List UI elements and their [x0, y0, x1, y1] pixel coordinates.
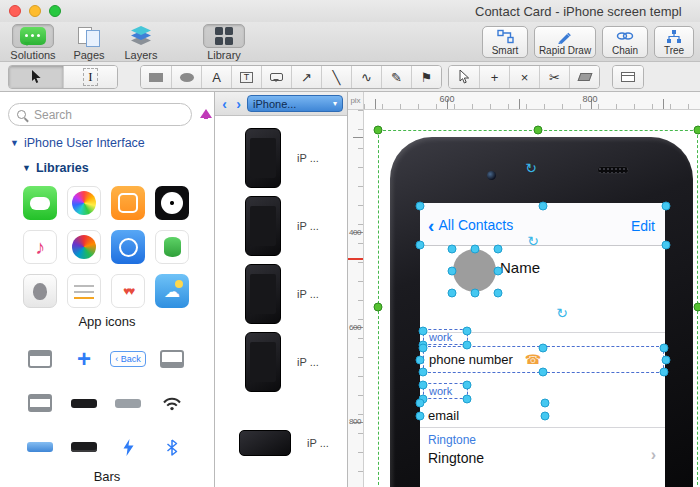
rectangle-icon: [149, 73, 163, 82]
clock-icon[interactable]: [155, 186, 189, 220]
apple-logo-icon[interactable]: [23, 274, 57, 308]
text-select-tool[interactable]: I: [63, 66, 117, 88]
appstore-icon[interactable]: [111, 230, 145, 264]
green-handle[interactable]: [534, 126, 543, 135]
chain-button[interactable]: Chain: [602, 26, 648, 58]
page-thumbnail: [245, 332, 281, 392]
zoom-button[interactable]: [49, 5, 61, 17]
tree-item-iphone-ui[interactable]: ▼ iPhone User Interface: [10, 136, 145, 150]
slide-tool[interactable]: [613, 66, 643, 88]
library-label: Library: [200, 49, 248, 61]
disclosure-triangle-icon[interactable]: ▼: [10, 138, 19, 148]
contact-name[interactable]: Name: [500, 259, 540, 276]
arrow-tool[interactable]: ↗: [291, 66, 321, 88]
page-item[interactable]: iP ...: [215, 124, 347, 192]
search-field[interactable]: [8, 103, 192, 126]
pencil-tool[interactable]: ✎: [381, 66, 411, 88]
blue-tab-bar-icon[interactable]: [23, 430, 57, 464]
search-input[interactable]: [32, 107, 191, 123]
drawing-page[interactable]: ‹ All Contacts Edit Name work phone numb…: [364, 110, 700, 487]
scissors-tool[interactable]: ✂: [539, 66, 569, 88]
favorites-icon[interactable]: ♥♥: [111, 274, 145, 308]
tree-button[interactable]: Tree: [654, 26, 694, 58]
wifi-icon[interactable]: [155, 386, 189, 420]
bluetooth-icon[interactable]: [155, 430, 189, 464]
move-tool[interactable]: +: [479, 66, 509, 88]
close-button[interactable]: [9, 5, 21, 17]
eraser-tool[interactable]: [569, 66, 599, 88]
disclosure-chevron-icon: ›: [651, 446, 656, 464]
text-icon: A: [212, 71, 221, 84]
pages-button[interactable]: Pages: [66, 24, 112, 61]
pinwheel-icon[interactable]: [67, 230, 101, 264]
panel-back-button[interactable]: ‹: [219, 97, 230, 111]
page-item-label: iP ...: [297, 152, 319, 164]
pages-icon: [78, 27, 100, 46]
minimize-button[interactable]: [29, 5, 41, 17]
page-item[interactable]: iP ...: [215, 420, 347, 466]
page-item[interactable]: iP ...: [215, 192, 347, 260]
page-item[interactable]: iP ...: [215, 260, 347, 328]
weather-icon[interactable]: ☁: [155, 274, 189, 308]
iphone-shape[interactable]: ‹ All Contacts Edit Name work phone numb…: [390, 137, 693, 487]
avatar-circle[interactable]: [453, 249, 496, 292]
canvas-area: pix 600800 400600800 ‹ All Contacts Edit…: [348, 92, 700, 487]
ellipse-tool[interactable]: [171, 66, 201, 88]
flash-icon[interactable]: [111, 430, 145, 464]
messages-icon[interactable]: [23, 186, 57, 220]
window-frame-icon[interactable]: [23, 386, 57, 420]
green-handle[interactable]: [694, 303, 700, 312]
nav-bar-icon[interactable]: [67, 430, 101, 464]
disclosure-triangle-icon[interactable]: ▼: [22, 163, 31, 173]
back-button-icon[interactable]: ‹ Back: [111, 342, 145, 376]
field-label-work-1[interactable]: work: [423, 329, 468, 345]
panel-forward-button[interactable]: ›: [233, 97, 244, 111]
flag-tool[interactable]: ⚑: [411, 66, 441, 88]
gray-bar-icon[interactable]: [111, 386, 145, 420]
flash-icon-glyph: [123, 439, 134, 456]
rectangle-tool[interactable]: [141, 66, 171, 88]
connector-tool[interactable]: ×: [509, 66, 539, 88]
titlebar: Contact Card - iPhone screen templ: [0, 0, 700, 22]
phone-handset-icon: ☎: [525, 352, 541, 367]
edit-link[interactable]: Edit: [631, 218, 655, 234]
photos-icon[interactable]: [67, 186, 101, 220]
green-handle[interactable]: [374, 126, 383, 135]
select-tool[interactable]: [9, 66, 63, 88]
template-dropdown[interactable]: iPhone... ▾: [247, 95, 343, 112]
solutions-button[interactable]: Solutions: [6, 24, 60, 61]
games-icon[interactable]: [111, 186, 145, 220]
window-top-bar-icon[interactable]: [23, 342, 57, 376]
library-button[interactable]: Library: [200, 24, 248, 61]
callout-tool[interactable]: [261, 66, 291, 88]
field-label-work-2[interactable]: work: [423, 383, 468, 399]
connector-icon: ×: [521, 71, 529, 84]
eraser-icon: [577, 73, 592, 81]
back-link[interactable]: ‹ All Contacts: [428, 217, 513, 233]
text-tool[interactable]: A: [201, 66, 231, 88]
library-arrow-icon[interactable]: [199, 101, 213, 121]
green-handle[interactable]: [374, 303, 383, 312]
field-phone-number[interactable]: phone number ☎: [423, 346, 664, 373]
music-icon[interactable]: ♪: [23, 230, 57, 264]
page-item-label: iP ...: [297, 356, 319, 368]
pointer-tool[interactable]: [449, 66, 479, 88]
ringtone-value[interactable]: Ringtone: [428, 450, 484, 466]
curve-tool[interactable]: ∿: [351, 66, 381, 88]
field-email[interactable]: email: [428, 408, 459, 423]
database-icon[interactable]: [155, 230, 189, 264]
tree-item-libraries[interactable]: ▼ Libraries: [22, 161, 89, 175]
text-block-tool[interactable]: T: [231, 66, 261, 88]
black-bar-icon[interactable]: [67, 386, 101, 420]
rapid-draw-button[interactable]: Rapid Draw: [534, 26, 596, 58]
line-tool[interactable]: ╲: [321, 66, 351, 88]
ruler-number: 800: [349, 417, 361, 426]
green-handle[interactable]: [694, 126, 700, 135]
plus-icon[interactable]: +: [67, 342, 101, 376]
notes-icon[interactable]: [67, 274, 101, 308]
smart-button[interactable]: Smart: [482, 26, 528, 58]
page-item[interactable]: iP ...: [215, 328, 347, 396]
window-bottom-bar-icon[interactable]: [155, 342, 189, 376]
layers-button[interactable]: Layers: [116, 24, 166, 61]
pages-label: Pages: [66, 49, 112, 61]
